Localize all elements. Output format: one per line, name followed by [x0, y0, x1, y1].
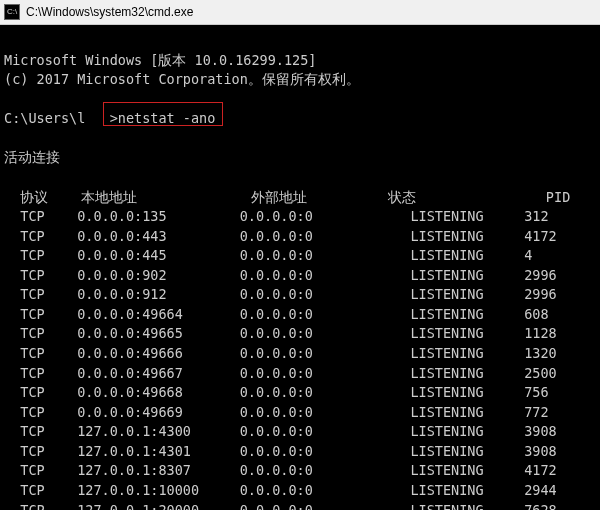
titlebar[interactable]: C:\ C:\Windows\system32\cmd.exe — [0, 0, 600, 25]
prompt-prefix: C:\Users\l > — [4, 110, 118, 126]
section-title: 活动连接 — [4, 149, 60, 165]
version-line: Microsoft Windows [版本 10.0.16299.125] — [4, 52, 316, 68]
connection-rows: TCP 0.0.0.0:135 0.0.0.0:0 LISTENING 312 … — [4, 208, 557, 510]
column-headers: 协议 本地地址 外部地址 状态 PID — [4, 189, 570, 205]
cmd-icon: C:\ — [4, 4, 20, 20]
copyright-line: (c) 2017 Microsoft Corporation。保留所有权利。 — [4, 71, 360, 87]
prompt-line: C:\Users\l >netstat -ano — [4, 110, 215, 126]
window-title: C:\Windows\system32\cmd.exe — [26, 5, 193, 19]
typed-command: netstat -ano — [118, 110, 216, 126]
terminal-output[interactable]: Microsoft Windows [版本 10.0.16299.125] (c… — [0, 25, 600, 510]
cmd-window: C:\ C:\Windows\system32\cmd.exe Microsof… — [0, 0, 600, 510]
